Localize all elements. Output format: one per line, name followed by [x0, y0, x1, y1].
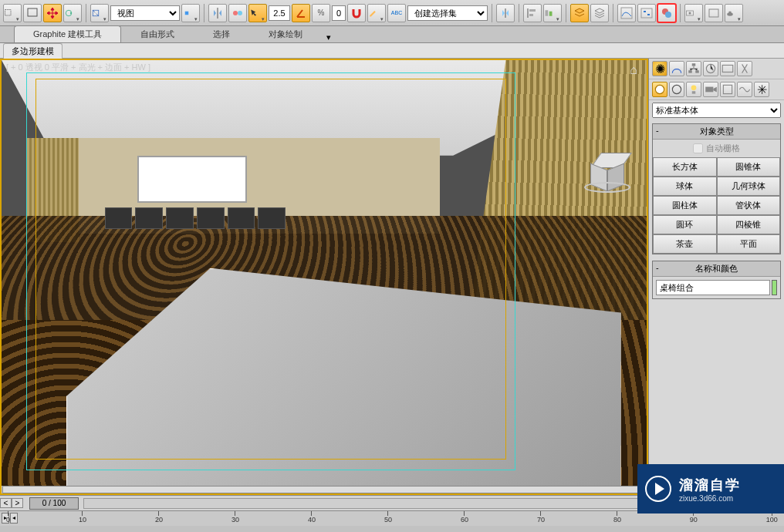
display-tab-icon[interactable]	[720, 61, 735, 76]
align-tool-icon[interactable]	[543, 4, 562, 22]
btn-box[interactable]: 长方体	[653, 157, 717, 177]
layer-manager-icon[interactable]	[570, 4, 589, 22]
object-name-input[interactable]	[656, 280, 770, 295]
sub-tab-poly[interactable]: 多边形建模	[3, 43, 63, 59]
pivot-icon[interactable]	[181, 4, 200, 22]
helpers-icon[interactable]	[720, 82, 735, 97]
utilities-tab-icon[interactable]	[737, 61, 752, 76]
move-gizmo-icon[interactable]	[43, 4, 62, 22]
hierarchy-tab-icon[interactable]	[686, 61, 701, 76]
ruler-tick: 0	[6, 511, 10, 526]
svg-point-5	[233, 11, 238, 15]
shapes-icon[interactable]	[669, 82, 684, 97]
svg-rect-21	[729, 11, 732, 12]
viewport[interactable]: [ + 0 透视 0 平滑 + 高光 + 边面 + HW ] ⌂	[0, 59, 648, 495]
svg-rect-7	[529, 9, 536, 12]
motion-tab-icon[interactable]	[703, 61, 718, 76]
primitive-grid: 长方体 圆锥体 球体 几何球体 圆柱体 管状体 圆环 四棱锥 茶壶 平面	[653, 157, 780, 254]
autogrid-checkbox[interactable]	[693, 143, 703, 153]
svg-rect-8	[529, 14, 533, 16]
name-color-header[interactable]: -名称和颜色	[653, 261, 780, 277]
angle-snap-icon[interactable]	[292, 4, 310, 22]
time-handle[interactable]: 0 / 100	[29, 497, 79, 510]
render-frame-icon[interactable]	[705, 4, 723, 22]
create-tab-icon[interactable]: ✺	[652, 61, 667, 76]
main-toolbar: 视图 % ABC 创建选择集	[0, 0, 784, 26]
home-icon[interactable]: ⌂	[630, 63, 637, 77]
name-color-rollout: -名称和颜色	[652, 261, 781, 299]
named-selection-dropdown[interactable]: 创建选择集	[407, 5, 488, 21]
tab-object-paint[interactable]: 对象绘制	[249, 25, 322, 42]
percent-snap-icon[interactable]: %	[312, 4, 330, 22]
watermark-title: 溜溜自学	[679, 476, 741, 494]
btn-cylinder[interactable]: 圆柱体	[653, 196, 717, 215]
play-icon	[645, 476, 671, 502]
svg-rect-26	[722, 66, 733, 72]
schematic-view-icon[interactable]	[637, 4, 656, 22]
btn-teapot[interactable]: 茶壶	[653, 234, 717, 254]
modify-tab-icon[interactable]	[669, 61, 684, 76]
mirror-icon[interactable]	[208, 4, 227, 22]
btn-plane[interactable]: 平面	[717, 234, 781, 254]
svg-rect-23	[688, 70, 692, 72]
svg-rect-4	[185, 11, 189, 15]
render-teapot-icon[interactable]	[725, 4, 743, 22]
layers-icon[interactable]	[590, 4, 609, 22]
select-region-icon[interactable]	[3, 4, 22, 22]
btn-geosphere[interactable]: 几何球体	[717, 177, 781, 196]
svg-rect-13	[644, 11, 646, 12]
spinner-input[interactable]	[269, 5, 290, 21]
edit-named-sel-icon[interactable]	[367, 4, 386, 22]
tab-freeform[interactable]: 自由形式	[121, 25, 194, 42]
curve-editor-icon[interactable]	[617, 4, 636, 22]
viewport-scrollbar[interactable]	[2, 486, 647, 493]
select-window-icon[interactable]	[23, 4, 42, 22]
ruler-tick: 40	[308, 511, 316, 526]
abc-icon[interactable]: ABC	[387, 4, 406, 22]
ruler-tick: 20	[155, 511, 163, 526]
material-editor-icon[interactable]	[657, 4, 676, 22]
svg-point-29	[691, 85, 697, 90]
btn-pyramid[interactable]: 四棱锥	[717, 215, 781, 234]
btn-torus[interactable]: 圆环	[653, 215, 717, 234]
select-object-icon[interactable]	[248, 4, 267, 22]
svg-rect-9	[546, 10, 549, 16]
scene-render	[2, 60, 647, 493]
snap-magnet-icon[interactable]	[347, 4, 366, 22]
viewport-label[interactable]: [ + 0 透视 0 平滑 + 高光 + 边面 + HW ]	[6, 62, 150, 73]
ruler-tick: 60	[461, 511, 468, 526]
color-swatch[interactable]	[772, 280, 777, 295]
tab-graphite[interactable]: Graphite 建模工具	[14, 25, 121, 42]
autogrid-row[interactable]: 自动栅格	[653, 140, 780, 157]
cameras-icon[interactable]	[703, 82, 718, 97]
object-type-header[interactable]: -对象类型	[653, 124, 780, 140]
btn-tube[interactable]: 管状体	[717, 196, 781, 215]
create-category-row: ✳	[649, 79, 784, 100]
spacewarps-icon[interactable]	[737, 82, 752, 97]
ruler-tick: 30	[231, 511, 239, 526]
angle-input[interactable]	[332, 5, 346, 21]
mirror-tool-icon[interactable]	[496, 4, 515, 22]
systems-icon[interactable]: ✳	[754, 82, 769, 97]
watermark: 溜溜自学 zixue.3d66.com	[637, 464, 784, 513]
align-sub-icon[interactable]	[228, 4, 247, 22]
ribbon-dropdown-icon[interactable]: ▾	[326, 32, 333, 42]
tab-selection[interactable]: 选择	[194, 25, 249, 42]
btn-sphere[interactable]: 球体	[653, 177, 717, 196]
reference-coords-dropdown[interactable]: 视图	[110, 5, 180, 21]
rotate-icon[interactable]	[63, 4, 82, 22]
render-setup-icon[interactable]	[684, 4, 703, 22]
primitive-category-dropdown[interactable]: 标准基本体	[652, 103, 781, 118]
align-left-icon[interactable]	[523, 4, 542, 22]
lights-icon[interactable]	[686, 82, 701, 97]
geometry-icon[interactable]	[652, 82, 667, 97]
viewcube[interactable]	[588, 153, 627, 191]
btn-cone[interactable]: 圆锥体	[717, 157, 781, 177]
time-arrows[interactable]: <>	[0, 498, 23, 508]
ribbon-sub-tabs: 多边形建模	[0, 43, 784, 59]
scale-icon[interactable]	[90, 4, 109, 22]
svg-rect-30	[705, 87, 713, 93]
command-panel: ✺ ✳ 标准基本体 -对象类型 自动栅格 长方体 圆锥体 球体	[648, 59, 784, 495]
svg-rect-19	[709, 9, 718, 17]
svg-rect-11	[621, 8, 632, 19]
